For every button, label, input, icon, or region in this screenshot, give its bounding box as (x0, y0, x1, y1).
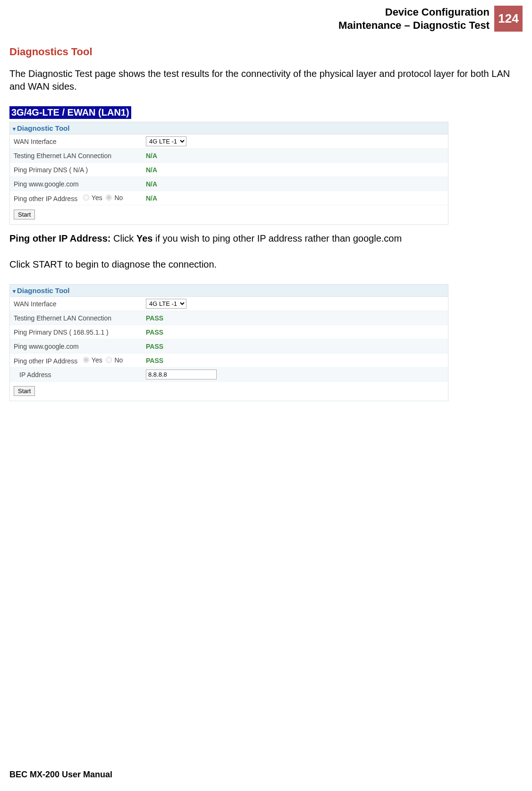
start-button[interactable]: Start (14, 210, 35, 219)
diagnostic-panel-before: Diagnostic Tool WAN Interface 4G LTE -1 … (9, 122, 448, 225)
ip-address-label: IP Address (14, 371, 146, 379)
ping-other-value: PASS (146, 357, 444, 364)
section-title: Diagnostics Tool (9, 46, 523, 58)
test-label: Ping www.google.com (14, 180, 146, 188)
test-label: Ping Primary DNS ( 168.95.1.1 ) (14, 328, 146, 336)
header-line2: Maintenance – Diagnostic Test (338, 19, 490, 32)
test-value: N/A (146, 180, 444, 188)
ip-address-row: IP Address (10, 368, 448, 382)
header-line1: Device Configuration (338, 6, 490, 19)
header-title-block: Device Configuration Maintenance – Diagn… (338, 6, 494, 32)
ping-other-value: N/A (146, 194, 444, 202)
ping-other-yes-radio[interactable] (83, 194, 89, 201)
ip-address-input[interactable] (146, 370, 217, 379)
ping-other-yes-radio[interactable] (83, 357, 89, 363)
wan-interface-label: WAN Interface (14, 300, 146, 308)
start-note: Click START to begin to diagnose the con… (9, 258, 523, 271)
wan-interface-select[interactable]: 4G LTE -1 (146, 136, 186, 146)
diagnostic-panel-after: Diagnostic Tool WAN Interface 4G LTE -1 … (9, 284, 448, 401)
wan-interface-select[interactable]: 4G LTE -1 (146, 299, 186, 309)
ping-other-row: Ping other IP Address Yes No PASS (10, 353, 448, 368)
ping-other-label: Ping other IP Address Yes No (14, 194, 146, 202)
test-row: Ping www.google.com PASS (10, 339, 448, 353)
ping-other-no-radio[interactable] (106, 357, 112, 363)
panel-header[interactable]: Diagnostic Tool (10, 122, 448, 135)
test-row: Ping Primary DNS ( N/A ) N/A (10, 163, 448, 177)
connection-type-bar: 3G/4G-LTE / EWAN (LAN1) (9, 106, 131, 119)
panel-footer: Start (10, 382, 448, 401)
test-label: Testing Ethernet LAN Connection (14, 314, 146, 322)
ping-other-row: Ping other IP Address Yes No N/A (10, 191, 448, 205)
panel-header[interactable]: Diagnostic Tool (10, 285, 448, 297)
test-value: PASS (146, 314, 444, 322)
wan-interface-row: WAN Interface 4G LTE -1 (10, 135, 448, 149)
page-number-badge: 124 (494, 6, 523, 32)
test-label: Testing Ethernet LAN Connection (14, 152, 146, 160)
test-row: Testing Ethernet LAN Connection PASS (10, 311, 448, 325)
ping-other-note: Ping other IP Address: Click Yes if you … (9, 233, 523, 244)
test-value: PASS (146, 343, 444, 350)
manual-footer: BEC MX-200 User Manual (9, 770, 112, 780)
page-header: Device Configuration Maintenance – Diagn… (9, 6, 523, 32)
panel-footer: Start (10, 205, 448, 224)
test-value: N/A (146, 166, 444, 174)
test-row: Ping www.google.com N/A (10, 177, 448, 191)
test-row: Testing Ethernet LAN Connection N/A (10, 149, 448, 163)
test-row: Ping Primary DNS ( 168.95.1.1 ) PASS (10, 325, 448, 339)
ping-other-label: Ping other IP Address Yes No (14, 356, 146, 365)
wan-interface-label: WAN Interface (14, 138, 146, 145)
test-label: Ping Primary DNS ( N/A ) (14, 166, 146, 174)
ping-other-no-radio[interactable] (106, 194, 112, 201)
test-value: N/A (146, 152, 444, 160)
start-button[interactable]: Start (14, 386, 35, 396)
test-value: PASS (146, 328, 444, 336)
test-label: Ping www.google.com (14, 343, 146, 350)
intro-text: The Diagnostic Test page shows the test … (9, 67, 523, 93)
wan-interface-row: WAN Interface 4G LTE -1 (10, 297, 448, 311)
